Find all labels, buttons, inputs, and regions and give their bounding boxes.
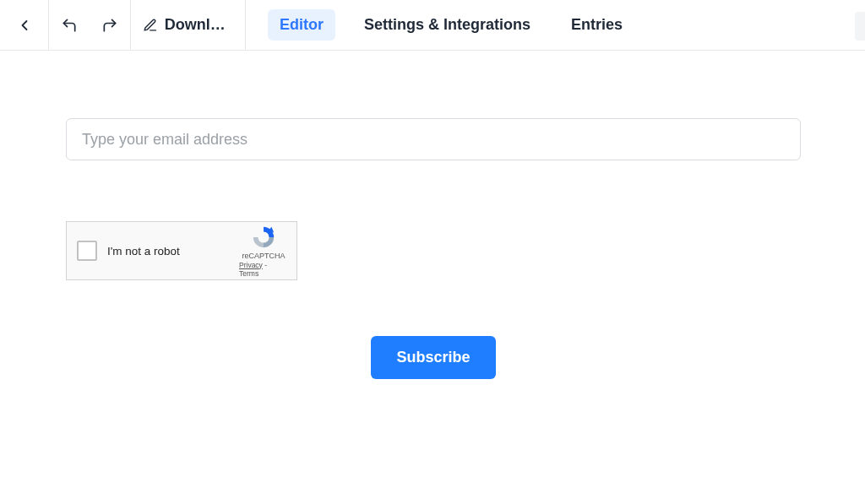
chevron-left-icon: [16, 17, 33, 34]
undo-icon: [61, 17, 78, 34]
subscribe-button[interactable]: Subscribe: [371, 336, 495, 379]
recaptcha-widget: I'm not a robot reCAPTCHA Privacy - Term…: [66, 221, 297, 280]
email-field[interactable]: [66, 118, 801, 160]
right-panel-edge[interactable]: [855, 12, 865, 41]
recaptcha-icon: [251, 225, 276, 250]
history-group: [49, 0, 131, 51]
recaptcha-links: Privacy - Terms: [239, 261, 288, 278]
tab-editor[interactable]: Editor: [268, 9, 335, 41]
undo-button[interactable]: [49, 0, 90, 51]
recaptcha-terms-link[interactable]: Terms: [239, 269, 258, 278]
tab-entries[interactable]: Entries: [559, 9, 634, 41]
form-canvas: I'm not a robot reCAPTCHA Privacy - Term…: [0, 51, 865, 379]
form-name-button[interactable]: Downlo…: [131, 0, 246, 51]
recaptcha-label: I'm not a robot: [107, 245, 239, 257]
tab-settings[interactable]: Settings & Integrations: [352, 9, 542, 41]
submit-row: Subscribe: [66, 336, 801, 379]
recaptcha-brand: reCAPTCHA: [242, 252, 285, 260]
recaptcha-privacy-link[interactable]: Privacy: [239, 261, 263, 269]
tab-bar: Editor Settings & Integrations Entries: [246, 9, 634, 41]
redo-button[interactable]: [90, 0, 130, 51]
recaptcha-checkbox[interactable]: [77, 241, 97, 261]
topbar: Downlo… Editor Settings & Integrations E…: [0, 0, 865, 51]
redo-icon: [101, 17, 118, 34]
form-name-label: Downlo…: [165, 16, 233, 34]
recaptcha-branding: reCAPTCHA Privacy - Terms: [239, 225, 288, 278]
back-button[interactable]: [0, 0, 49, 51]
pencil-icon: [143, 18, 158, 33]
